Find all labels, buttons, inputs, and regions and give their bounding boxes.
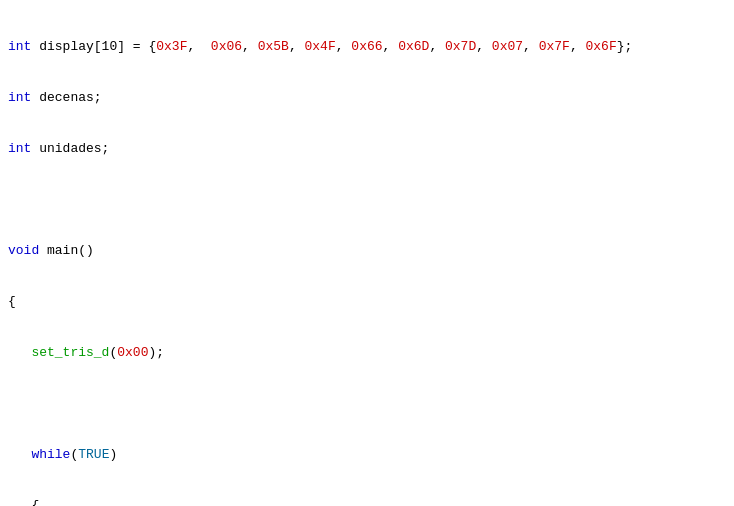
code-line-2: int decenas; [8,89,726,106]
code-line-4 [8,191,726,208]
code-line-10: { [8,497,726,506]
code-line-6: { [8,293,726,310]
code-line-9: while(TRUE) [8,446,726,463]
code-line-1: int display[10] = {0x3F, 0x06, 0x5B, 0x4… [8,38,726,55]
code-line-7: set_tris_d(0x00); [8,344,726,361]
code-line-8 [8,395,726,412]
code-line-5: void main() [8,242,726,259]
code-line-3: int unidades; [8,140,726,157]
code-editor: int display[10] = {0x3F, 0x06, 0x5B, 0x4… [0,0,734,506]
